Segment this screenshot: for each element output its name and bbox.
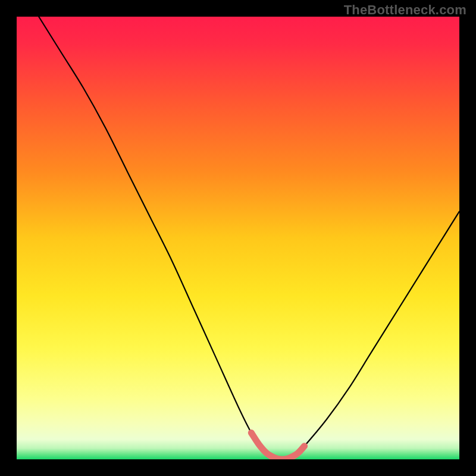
watermark-text: TheBottleneck.com (344, 2, 466, 18)
gradient-background (17, 17, 459, 459)
chart-frame: TheBottleneck.com (0, 0, 476, 476)
chart-svg (17, 17, 459, 459)
plot-area (17, 17, 459, 459)
